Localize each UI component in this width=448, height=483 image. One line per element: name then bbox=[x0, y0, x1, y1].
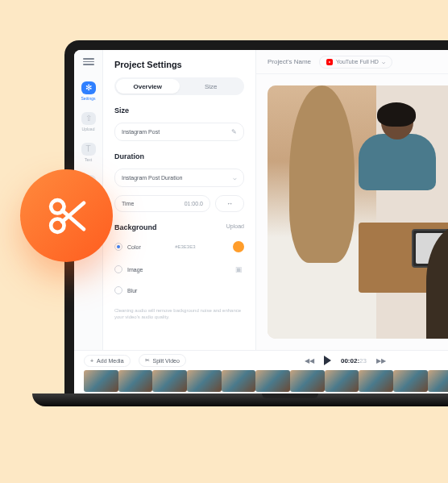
radio-off-icon bbox=[114, 286, 122, 294]
radio-off-icon bbox=[114, 265, 122, 273]
timeline-thumb[interactable] bbox=[222, 370, 256, 392]
timeline-thumb[interactable] bbox=[290, 370, 325, 392]
timeline-thumb[interactable] bbox=[118, 370, 153, 392]
sidebar-item-text[interactable]: T Text bbox=[79, 143, 98, 162]
timeline-thumb[interactable] bbox=[84, 370, 118, 392]
audio-hint: Cleaning audio will remove background no… bbox=[114, 307, 244, 321]
duration-preset-field[interactable]: Instagram Post Duration ⌵ bbox=[114, 169, 244, 187]
scissors-icon: ✂ bbox=[145, 357, 150, 364]
bg-color-label: Color bbox=[127, 244, 141, 250]
bg-image-option[interactable]: Image ▣ bbox=[114, 262, 244, 277]
menu-icon[interactable] bbox=[83, 58, 94, 65]
duration-label: Duration bbox=[114, 152, 244, 160]
bg-blur-option[interactable]: Blur bbox=[114, 285, 244, 296]
video-canvas[interactable] bbox=[268, 85, 448, 339]
timeline-thumb[interactable] bbox=[152, 370, 187, 392]
laptop-frame: ✻ Settings ⇧ Upload T Text ◧ ♪ bbox=[64, 40, 448, 395]
time-value: 01:00.0 bbox=[185, 201, 203, 206]
app-screen: ✻ Settings ⇧ Upload T Text ◧ ♪ bbox=[74, 50, 448, 395]
panel-title: Project Settings bbox=[114, 60, 244, 69]
sidebar-label: Upload bbox=[82, 127, 95, 131]
tab-size[interactable]: Size bbox=[180, 79, 243, 94]
color-swatch[interactable] bbox=[233, 241, 244, 252]
resolution-label: YouTube Full HD bbox=[336, 59, 379, 65]
upload-icon: ⇧ bbox=[81, 112, 96, 125]
play-button[interactable] bbox=[324, 356, 331, 365]
youtube-icon bbox=[326, 59, 333, 65]
laptop-notch bbox=[262, 393, 318, 398]
gear-icon: ✻ bbox=[81, 81, 96, 94]
time-label: Time bbox=[122, 201, 134, 206]
panel-tabs: Overview Size bbox=[114, 77, 244, 95]
chevron-down-icon: ⌵ bbox=[233, 174, 237, 181]
swap-button[interactable]: ↔ bbox=[215, 195, 244, 212]
add-media-label: Add Media bbox=[97, 358, 123, 364]
project-name[interactable]: Project's Name bbox=[268, 58, 311, 65]
text-icon: T bbox=[81, 143, 96, 156]
tab-overview[interactable]: Overview bbox=[116, 79, 180, 94]
chevron-down-icon: ⌵ bbox=[382, 59, 385, 65]
split-video-button[interactable]: ✂ Split Video bbox=[139, 354, 186, 367]
split-video-label: Split Video bbox=[153, 358, 180, 364]
settings-panel: Project Settings Overview Size Size Inst… bbox=[103, 50, 256, 350]
bg-color-hex: #E3E3E3 bbox=[175, 244, 195, 249]
laptop-base bbox=[32, 393, 448, 406]
radio-on-icon bbox=[114, 243, 122, 251]
bg-image-label: Image bbox=[127, 267, 143, 273]
duration-preset-value: Instagram Post Duration bbox=[122, 175, 182, 181]
add-media-button[interactable]: + Add Media bbox=[84, 355, 131, 367]
edit-icon: ✎ bbox=[231, 128, 237, 135]
sidebar-item-upload[interactable]: ⇧ Upload bbox=[79, 112, 98, 131]
cut-badge bbox=[20, 169, 113, 262]
timeline-track[interactable] bbox=[74, 370, 448, 395]
preview-area bbox=[256, 74, 448, 350]
forward-icon[interactable]: ▶▶ bbox=[376, 357, 386, 364]
timeline-thumb[interactable] bbox=[359, 370, 393, 392]
timeline-thumb[interactable] bbox=[393, 370, 428, 392]
topbar: Project's Name YouTube Full HD ⌵ ↶ bbox=[256, 50, 448, 74]
size-label: Size bbox=[114, 106, 244, 115]
image-icon: ▣ bbox=[233, 264, 244, 275]
scissors-icon bbox=[44, 194, 89, 239]
timeline-thumb[interactable] bbox=[255, 370, 290, 392]
main-area: Project's Name YouTube Full HD ⌵ ↶ bbox=[256, 50, 448, 350]
timeline-thumb[interactable] bbox=[325, 370, 359, 392]
timeline: + Add Media ✂ Split Video ◀◀ 00:02:23 ▶▶ bbox=[74, 350, 448, 395]
background-label: Background bbox=[114, 223, 157, 231]
playback-time: 00:02:23 bbox=[341, 357, 367, 364]
sidebar-item-settings[interactable]: ✻ Settings bbox=[79, 81, 98, 101]
time-field[interactable]: Time 01:00.0 bbox=[114, 195, 210, 212]
background-upload-link[interactable]: Upload bbox=[226, 223, 244, 229]
sidebar-label: Settings bbox=[81, 96, 95, 101]
plus-icon: + bbox=[90, 358, 93, 364]
timeline-thumb[interactable] bbox=[428, 370, 448, 392]
size-value: Instagram Post bbox=[122, 129, 160, 135]
rewind-icon[interactable]: ◀◀ bbox=[305, 357, 314, 364]
bg-color-option[interactable]: Color #E3E3E3 bbox=[114, 239, 244, 254]
bg-blur-label: Blur bbox=[127, 288, 137, 294]
resolution-chip[interactable]: YouTube Full HD ⌵ bbox=[319, 56, 392, 69]
sidebar-label: Text bbox=[85, 157, 92, 162]
size-field[interactable]: Instagram Post ✎ bbox=[114, 123, 244, 141]
timeline-thumb[interactable] bbox=[187, 370, 222, 392]
